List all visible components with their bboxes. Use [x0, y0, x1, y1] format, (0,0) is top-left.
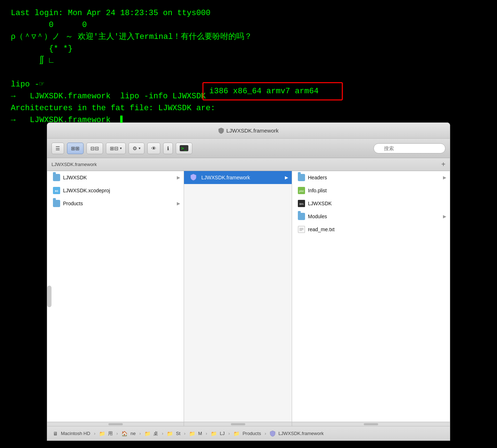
action-dropdown-arrow: ▾ — [139, 146, 140, 150]
col1-resize-handle[interactable] — [108, 423, 123, 425]
chevron-right-icon: ▶ — [177, 201, 180, 206]
svg-text:xc: xc — [55, 189, 58, 193]
terminal-line-4: {* *} — [11, 43, 486, 55]
breadcrumb-separator: › — [94, 431, 95, 436]
txt-icon — [298, 226, 305, 233]
finder-toolbar: ☰ ⊞⊞ ⊟⊟ ⊞⊟ ▾ ⚙ ▾ 👁 ℹ >_ 🔍 — [47, 139, 450, 158]
framework-shield-bc-icon — [270, 430, 276, 437]
svg-text:BIN: BIN — [299, 203, 304, 205]
breadcrumb-label: M — [198, 431, 202, 436]
item-label: Products — [63, 201, 174, 206]
item-label: LJWXSDK.framework — [201, 175, 282, 180]
folder-icon — [53, 200, 60, 207]
breadcrumb-label: 桌 — [153, 430, 158, 437]
list-item[interactable]: plist Info.plist — [292, 184, 450, 197]
breadcrumb-separator: › — [162, 431, 163, 436]
chevron-right-icon: ▶ — [443, 175, 446, 180]
breadcrumb-label: LJ — [220, 431, 225, 436]
breadcrumb-item[interactable]: St — [176, 431, 180, 436]
terminal-line-1: Last login: Mon Apr 24 18:23:35 on ttys0… — [11, 7, 486, 19]
col2-resize-handle[interactable] — [231, 423, 245, 425]
breadcrumb-label: ne — [130, 431, 135, 436]
cover-view-icon: ⊟⊟ — [90, 145, 99, 151]
resize-handles-row — [47, 422, 450, 426]
finder-title: LJWXSDK.framework — [218, 127, 278, 134]
col1-resize-area — [47, 422, 184, 426]
col3-resize-handle[interactable] — [364, 423, 378, 425]
list-item[interactable]: Modules ▶ — [292, 210, 450, 223]
view-cover-button[interactable]: ⊟⊟ — [86, 143, 103, 154]
folder-icon-bc5: 📁 — [189, 431, 195, 436]
search-container: 🔍 — [373, 143, 445, 153]
breadcrumb-label: 用 — [108, 430, 113, 437]
item-label: LJWXSDK — [308, 201, 446, 206]
framework-shield-icon — [190, 174, 197, 182]
terminal-button[interactable]: >_ — [176, 143, 192, 154]
list-item[interactable]: Headers ▶ — [292, 171, 450, 184]
info-icon: ℹ — [167, 145, 169, 151]
breadcrumb-item[interactable]: Products — [242, 431, 261, 436]
pathbar-label: LJWXSDK.framework — [52, 162, 97, 167]
breadcrumb-item-framework[interactable]: LJWXSDK.framework — [278, 431, 324, 436]
svg-text:plist: plist — [299, 190, 304, 193]
list-item[interactable]: read_me.txt — [292, 223, 450, 236]
chevron-right-icon: ▶ — [285, 175, 288, 180]
item-label: LJWXSDK — [63, 175, 174, 180]
folder-icon-bc7: 📁 — [233, 431, 239, 436]
breadcrumb-item[interactable]: 桌 — [153, 430, 158, 437]
finder-titlebar: LJWXSDK.framework — [47, 123, 450, 139]
item-label: Headers — [308, 175, 440, 180]
search-input[interactable] — [373, 143, 445, 153]
view-column-button[interactable]: ⊞⊞ — [67, 143, 84, 154]
item-label: Modules — [308, 214, 440, 219]
breadcrumb-label: LJWXSDK.framework — [278, 431, 324, 436]
breadcrumb-item[interactable]: ne — [130, 431, 135, 436]
folder-icon-bc6: 📁 — [211, 431, 217, 436]
list-item[interactable]: LJWXSDK.framework ▶ — [184, 171, 292, 184]
breadcrumb-item[interactable]: M — [198, 431, 202, 436]
dropdown-arrow-icon: ▾ — [120, 146, 122, 150]
breadcrumb-separator: › — [228, 431, 230, 436]
breadcrumb-label: Macintosh HD — [61, 431, 90, 436]
info-button[interactable]: ℹ — [163, 143, 173, 154]
item-label: read_me.txt — [308, 227, 446, 232]
gear-icon: ⚙ — [133, 145, 137, 151]
col3-resize-area — [292, 422, 450, 426]
col2-resize-area — [184, 422, 292, 426]
breadcrumb-item[interactable]: Macintosh HD — [61, 431, 90, 436]
preview-button[interactable]: 👁 — [147, 143, 160, 154]
binary-icon: BIN — [298, 200, 305, 207]
breadcrumb-separator: › — [184, 431, 185, 436]
sidebar-toggle-button[interactable]: ☰ — [52, 143, 64, 154]
scroll-indicator-left — [47, 286, 52, 307]
breadcrumb-separator: › — [206, 431, 207, 436]
view-gallery-button[interactable]: ⊞⊟ ▾ — [106, 143, 126, 154]
list-item[interactable]: BIN LJWXSDK — [292, 197, 450, 210]
breadcrumb-item[interactable]: LJ — [220, 431, 225, 436]
finder-columns: LJWXSDK ▶ xc LJWXSDK.xcodeproj Products … — [47, 171, 450, 422]
xcodeproj-icon: xc — [53, 187, 60, 194]
chevron-right-icon: ▶ — [443, 214, 446, 219]
finder-column-1: LJWXSDK ▶ xc LJWXSDK.xcodeproj Products … — [47, 171, 184, 422]
add-folder-button[interactable]: + — [441, 160, 445, 169]
list-item[interactable]: LJWXSDK ▶ — [47, 171, 184, 184]
list-item[interactable]: Products ▶ — [47, 197, 184, 210]
breadcrumb-label: St — [176, 431, 180, 436]
breadcrumb-separator: › — [265, 431, 266, 436]
folder-icon-bc2: 🏠 — [121, 431, 127, 436]
folder-icon-bc3: 📁 — [144, 431, 151, 436]
chevron-right-icon: ▶ — [177, 175, 180, 180]
finder-statusbar: 🖥 Macintosh HD › 📁 用 › 🏠 ne › 📁 桌 › 📁 St… — [47, 426, 450, 440]
terminal-line-6 — [11, 67, 486, 79]
sidebar-toggle-icon: ☰ — [55, 145, 60, 151]
list-item[interactable]: xc LJWXSDK.xcodeproj — [47, 184, 184, 197]
breadcrumb-label: Products — [242, 431, 261, 436]
eye-icon: 👁 — [151, 145, 156, 151]
architecture-highlight: i386 x86_64 armv7 arm64 — [202, 82, 343, 100]
column-view-icon: ⊞⊞ — [71, 145, 80, 151]
breadcrumb-item[interactable]: 用 — [108, 430, 113, 437]
item-label: Info.plist — [308, 188, 446, 193]
folder-icon — [53, 174, 60, 181]
gallery-view-icon: ⊞⊟ — [110, 145, 118, 151]
action-button[interactable]: ⚙ ▾ — [129, 143, 144, 154]
